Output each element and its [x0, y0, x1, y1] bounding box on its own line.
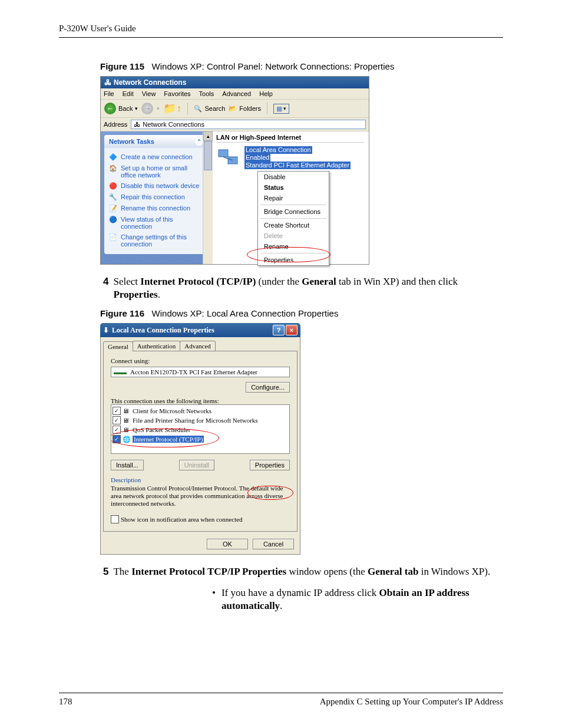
toolbar-separator [187, 103, 188, 114]
install-button[interactable]: Install... [111, 460, 144, 470]
item-label: File and Printer Sharing for Microsoft N… [133, 417, 258, 424]
t: Internet Protocol (TCP/IP) [140, 276, 256, 287]
connection-adapter: Standard PCI Fast Ethernet Adapter [244, 162, 351, 169]
back-label: Back [118, 105, 133, 112]
menu-advanced[interactable]: Advanced [222, 90, 251, 97]
item-label: Internet Protocol (TCP/IP) [133, 436, 204, 443]
local-area-connection-item[interactable]: Local Area Connection Enabled Standard P… [216, 146, 364, 171]
folders-button[interactable]: 📂 Folders [229, 105, 261, 113]
ctx-rename[interactable]: Rename [258, 241, 329, 252]
t: (under the [256, 276, 302, 287]
figure-115-label: Figure 115 [100, 61, 144, 71]
dialog-body: General Authentication Advanced Connect … [100, 337, 300, 555]
task-view-status[interactable]: 🔵View status of this connection [109, 214, 203, 232]
list-item[interactable]: ✓🖥File and Printer Sharing for Microsoft… [113, 416, 288, 425]
t: General [302, 276, 336, 287]
menu-tools[interactable]: Tools [199, 90, 214, 97]
help-button[interactable]: ? [273, 325, 285, 335]
show-icon-row[interactable]: Show icon in notification area when conn… [111, 515, 290, 524]
ctx-shortcut[interactable]: Create Shortcut [258, 220, 329, 230]
checkbox-icon[interactable]: ✓ [113, 435, 121, 443]
dialog-icon: ⬇ [103, 326, 109, 335]
checkbox-icon[interactable]: ✓ [113, 407, 121, 415]
task-label: Set up a home or small office network [121, 164, 203, 179]
task-change-settings[interactable]: 📄Change settings of this connection [109, 232, 203, 249]
address-input[interactable]: 🖧 Network Connections [131, 120, 366, 129]
description-text: Transmission Control Protocol/Internet P… [111, 485, 290, 508]
window-body: Network Tasks ⌃ 🔷Create a new connection… [101, 131, 369, 264]
lac-properties-dialog: ⬇ Local Area Connection Properties ? × G… [100, 323, 300, 555]
search-button[interactable]: 🔍 Search [194, 105, 225, 113]
task-rename[interactable]: 📝Rename this connection [109, 203, 203, 214]
t: Properties [113, 289, 157, 300]
protocol-icon: 🌐 [123, 436, 131, 443]
chevron-down-icon-2: ▾ [157, 106, 160, 111]
menu-help[interactable]: Help [259, 90, 273, 97]
dialog-titlebar[interactable]: ⬇ Local Area Connection Properties ? × [100, 323, 300, 337]
ctx-disable[interactable]: Disable [258, 172, 329, 182]
folders-label: Folders [239, 105, 261, 112]
task-repair[interactable]: 🔧Repair this connection [109, 192, 203, 203]
step-5: 5 The Internet Protocol TCP/IP Propertie… [103, 565, 503, 578]
list-item[interactable]: ✓🖥QoS Packet Scheduler [113, 425, 288, 434]
network-tasks-panel: Network Tasks ⌃ 🔷Create a new connection… [104, 135, 208, 254]
checkbox-icon[interactable] [111, 515, 119, 523]
svg-rect-0 [219, 150, 228, 157]
ctx-bridge[interactable]: Bridge Connections [258, 206, 329, 217]
tab-authentication[interactable]: Authentication [133, 341, 180, 351]
section-header: LAN or High-Speed Internet [216, 134, 364, 143]
properties-button[interactable]: Properties [250, 460, 290, 470]
back-button[interactable]: ← Back ▾ [104, 103, 138, 114]
list-item[interactable]: ✓🖥Client for Microsoft Networks [113, 406, 288, 416]
views-button[interactable]: ▦ ▾ [273, 104, 289, 114]
ctx-properties[interactable]: Properties [258, 255, 329, 265]
t: If you have a dynamic IP address click [222, 587, 379, 598]
checkbox-icon[interactable]: ✓ [113, 416, 121, 424]
page-header: P-320W User's Guide [59, 24, 503, 38]
tab-advanced[interactable]: Advanced [180, 341, 216, 351]
components-list[interactable]: ✓🖥Client for Microsoft Networks ✓🖥File a… [111, 404, 290, 454]
address-label: Address [104, 121, 127, 128]
menu-file[interactable]: File [104, 90, 114, 97]
t: . [280, 600, 282, 611]
up-folder-button[interactable]: 📁↑ [163, 102, 181, 115]
forward-button: → [141, 103, 153, 114]
ctx-status[interactable]: Status [258, 182, 329, 193]
scroll-thumb[interactable] [204, 141, 212, 170]
window-titlebar[interactable]: 🖧 Network Connections [101, 77, 369, 88]
menu-edit[interactable]: Edit [123, 90, 134, 97]
list-item-tcpip[interactable]: ✓🌐Internet Protocol (TCP/IP) [113, 434, 288, 444]
page-number: 178 [59, 697, 72, 707]
service-icon: 🖥 [123, 417, 131, 424]
checkbox-icon[interactable]: ✓ [113, 426, 121, 434]
task-setup-network[interactable]: 🏠Set up a home or small office network [109, 163, 203, 180]
task-disable-device[interactable]: 🔴Disable this network device [109, 180, 203, 192]
tab-strip: General Authentication Advanced [101, 337, 300, 351]
show-icon-label: Show icon in notification area when conn… [121, 516, 243, 523]
bullet-item: • If you have a dynamic IP address click… [212, 587, 503, 612]
task-label: View status of this connection [121, 216, 203, 230]
item-label: Client for Microsoft Networks [133, 407, 211, 414]
menu-favorites[interactable]: Favorites [164, 90, 190, 97]
configure-button[interactable]: Configure... [246, 382, 290, 393]
ok-button[interactable]: OK [207, 539, 248, 549]
client-icon: 🖥 [123, 407, 131, 414]
network-tasks-header[interactable]: Network Tasks ⌃ [104, 135, 208, 148]
t: The [113, 566, 131, 577]
figure-116-caption-text: Windows XP: Local Area Connection Proper… [152, 308, 339, 318]
tab-general[interactable]: General [103, 341, 133, 351]
task-create-connection[interactable]: 🔷Create a new connection [109, 151, 203, 163]
sidebar: Network Tasks ⌃ 🔷Create a new connection… [101, 131, 211, 264]
footer-text: Appendix C Setting up Your Computer's IP… [320, 697, 503, 707]
toolbar-separator-2 [267, 103, 267, 114]
search-label: Search [204, 105, 225, 112]
close-button[interactable]: × [286, 325, 297, 335]
menubar[interactable]: File Edit View Favorites Tools Advanced … [101, 88, 369, 100]
ctx-repair[interactable]: Repair [258, 193, 329, 203]
uses-label: This connection uses the following items… [111, 397, 290, 404]
t: in Windows XP). [418, 566, 490, 577]
task-label: Disable this network device [121, 182, 199, 189]
adapter-name: Accton EN1207D-TX PCI Fast Ethernet Adap… [130, 368, 257, 375]
cancel-button[interactable]: Cancel [253, 539, 294, 549]
menu-view[interactable]: View [142, 90, 156, 97]
